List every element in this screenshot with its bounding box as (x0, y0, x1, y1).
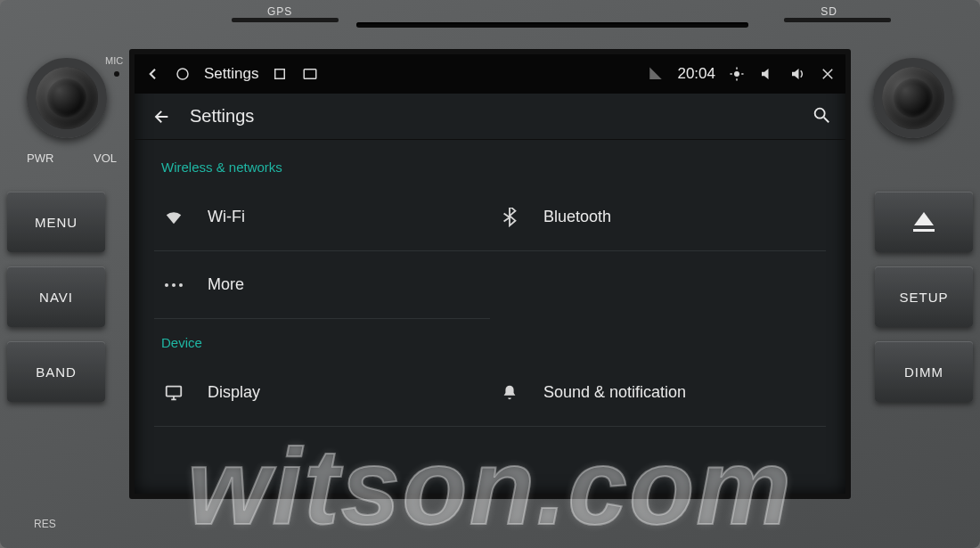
pwr-label: PWR (27, 151, 53, 165)
clock: 20:04 (677, 65, 715, 83)
settings-header: Settings (135, 94, 845, 140)
settings-item-display[interactable]: Display (154, 359, 490, 427)
disc-slot (356, 22, 748, 28)
brightness-down-icon[interactable] (728, 65, 746, 83)
svg-point-4 (815, 108, 825, 118)
wifi-icon (161, 208, 186, 227)
back-nav-icon[interactable] (143, 65, 161, 83)
setup-button[interactable]: SETUP (875, 266, 973, 327)
home-icon[interactable] (174, 65, 192, 83)
svg-rect-5 (167, 386, 182, 396)
sysbar-app-title: Settings (204, 65, 258, 83)
settings-item-label: Display (208, 383, 260, 402)
right-button-column: SETUP DIMM (875, 192, 973, 402)
left-button-column: MENU NAVI BAND (7, 192, 105, 402)
settings-item-sound[interactable]: Sound & notification (490, 359, 826, 427)
volume-down-icon[interactable] (758, 65, 776, 83)
section-device: Device (154, 319, 826, 359)
sd-card-slot (784, 18, 891, 22)
settings-item-wifi[interactable]: Wi-Fi (154, 184, 490, 251)
svg-point-3 (734, 71, 739, 77)
back-arrow-icon[interactable] (149, 104, 174, 129)
right-dial[interactable] (873, 58, 953, 138)
settings-item-label: Wi-Fi (208, 208, 245, 226)
mic-hole (114, 71, 119, 77)
eject-button[interactable] (875, 192, 973, 252)
svg-point-0 (177, 69, 188, 79)
svg-rect-1 (275, 70, 285, 79)
bell-icon (497, 383, 522, 403)
eject-icon (913, 212, 935, 232)
recent-apps-icon[interactable] (271, 65, 289, 83)
vol-label: VOL (94, 151, 117, 165)
system-status-bar: Settings 20:04 (135, 54, 845, 94)
signal-icon (647, 65, 665, 83)
gps-card-slot (232, 18, 339, 22)
band-button[interactable]: BAND (7, 341, 105, 402)
settings-item-label: Bluetooth (543, 208, 611, 226)
settings-content: Wireless & networks Wi-Fi Bluetooth (135, 140, 845, 494)
settings-item-label: Sound & notification (543, 383, 686, 402)
display-icon (161, 383, 186, 403)
dimm-button[interactable]: DIMM (875, 341, 973, 402)
gps-slot-label: GPS (267, 5, 292, 18)
section-wireless-networks: Wireless & networks (154, 143, 826, 184)
bluetooth-icon (497, 208, 522, 227)
menu-button[interactable]: MENU (7, 192, 105, 252)
settings-item-label: More (208, 275, 244, 294)
settings-item-bluetooth[interactable]: Bluetooth (490, 184, 826, 251)
sd-slot-label: SD (821, 5, 837, 18)
navi-button[interactable]: NAVI (7, 266, 105, 327)
more-icon (161, 283, 186, 287)
search-icon[interactable] (812, 105, 831, 128)
close-icon[interactable] (819, 65, 837, 83)
mic-label: MIC (105, 55, 123, 66)
res-label: RES (34, 518, 56, 530)
device-bezel: GPS SD MIC PWR VOL RES MENU NAVI BAND SE… (0, 0, 980, 548)
volume-power-dial[interactable] (27, 58, 107, 138)
touchscreen[interactable]: Settings 20:04 (129, 49, 851, 499)
svg-rect-2 (305, 70, 317, 79)
settings-item-more[interactable]: More (154, 251, 490, 319)
screenshot-icon[interactable] (301, 65, 319, 83)
page-title: Settings (190, 106, 812, 127)
volume-up-icon[interactable] (788, 65, 806, 83)
